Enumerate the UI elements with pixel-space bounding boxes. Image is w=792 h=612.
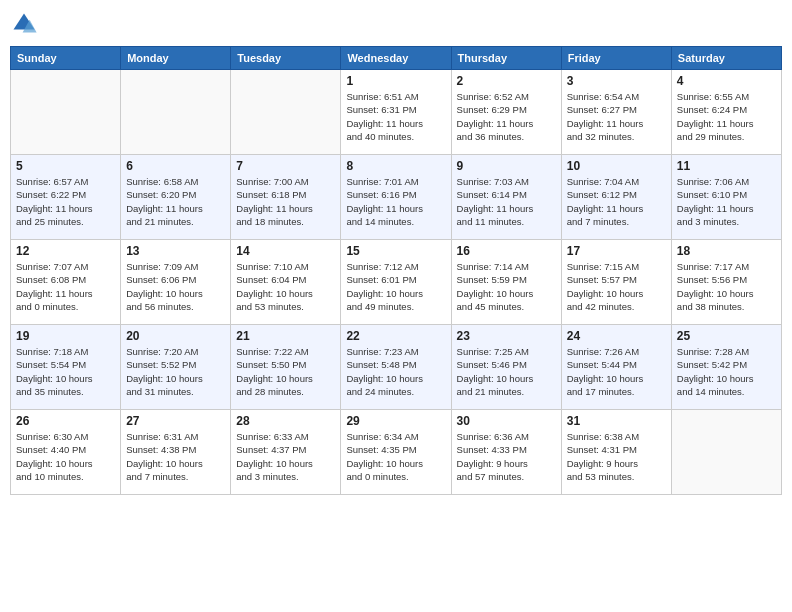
calendar-day-10: 10Sunrise: 7:04 AM Sunset: 6:12 PM Dayli… <box>561 155 671 240</box>
calendar-day-25: 25Sunrise: 7:28 AM Sunset: 5:42 PM Dayli… <box>671 325 781 410</box>
calendar-day-12: 12Sunrise: 7:07 AM Sunset: 6:08 PM Dayli… <box>11 240 121 325</box>
day-number: 8 <box>346 159 445 173</box>
calendar-day-30: 30Sunrise: 6:36 AM Sunset: 4:33 PM Dayli… <box>451 410 561 495</box>
calendar-day-21: 21Sunrise: 7:22 AM Sunset: 5:50 PM Dayli… <box>231 325 341 410</box>
day-number: 1 <box>346 74 445 88</box>
calendar-day-9: 9Sunrise: 7:03 AM Sunset: 6:14 PM Daylig… <box>451 155 561 240</box>
day-number: 25 <box>677 329 776 343</box>
day-info: Sunrise: 6:57 AM Sunset: 6:22 PM Dayligh… <box>16 175 115 228</box>
day-number: 28 <box>236 414 335 428</box>
day-number: 27 <box>126 414 225 428</box>
weekday-header-tuesday: Tuesday <box>231 47 341 70</box>
day-number: 22 <box>346 329 445 343</box>
calendar-empty-cell <box>671 410 781 495</box>
calendar-day-27: 27Sunrise: 6:31 AM Sunset: 4:38 PM Dayli… <box>121 410 231 495</box>
calendar-day-17: 17Sunrise: 7:15 AM Sunset: 5:57 PM Dayli… <box>561 240 671 325</box>
day-number: 24 <box>567 329 666 343</box>
day-number: 10 <box>567 159 666 173</box>
day-info: Sunrise: 6:38 AM Sunset: 4:31 PM Dayligh… <box>567 430 666 483</box>
calendar-day-18: 18Sunrise: 7:17 AM Sunset: 5:56 PM Dayli… <box>671 240 781 325</box>
day-info: Sunrise: 6:36 AM Sunset: 4:33 PM Dayligh… <box>457 430 556 483</box>
day-info: Sunrise: 7:12 AM Sunset: 6:01 PM Dayligh… <box>346 260 445 313</box>
day-number: 29 <box>346 414 445 428</box>
calendar-day-4: 4Sunrise: 6:55 AM Sunset: 6:24 PM Daylig… <box>671 70 781 155</box>
calendar-week-row: 1Sunrise: 6:51 AM Sunset: 6:31 PM Daylig… <box>11 70 782 155</box>
day-info: Sunrise: 7:04 AM Sunset: 6:12 PM Dayligh… <box>567 175 666 228</box>
calendar-day-6: 6Sunrise: 6:58 AM Sunset: 6:20 PM Daylig… <box>121 155 231 240</box>
day-info: Sunrise: 6:51 AM Sunset: 6:31 PM Dayligh… <box>346 90 445 143</box>
day-number: 16 <box>457 244 556 258</box>
calendar-empty-cell <box>11 70 121 155</box>
day-info: Sunrise: 6:58 AM Sunset: 6:20 PM Dayligh… <box>126 175 225 228</box>
day-info: Sunrise: 6:33 AM Sunset: 4:37 PM Dayligh… <box>236 430 335 483</box>
day-info: Sunrise: 7:00 AM Sunset: 6:18 PM Dayligh… <box>236 175 335 228</box>
day-info: Sunrise: 7:10 AM Sunset: 6:04 PM Dayligh… <box>236 260 335 313</box>
day-info: Sunrise: 7:28 AM Sunset: 5:42 PM Dayligh… <box>677 345 776 398</box>
calendar-week-row: 26Sunrise: 6:30 AM Sunset: 4:40 PM Dayli… <box>11 410 782 495</box>
day-info: Sunrise: 6:31 AM Sunset: 4:38 PM Dayligh… <box>126 430 225 483</box>
weekday-header-friday: Friday <box>561 47 671 70</box>
day-number: 3 <box>567 74 666 88</box>
day-info: Sunrise: 6:55 AM Sunset: 6:24 PM Dayligh… <box>677 90 776 143</box>
calendar-day-7: 7Sunrise: 7:00 AM Sunset: 6:18 PM Daylig… <box>231 155 341 240</box>
day-info: Sunrise: 7:14 AM Sunset: 5:59 PM Dayligh… <box>457 260 556 313</box>
weekday-header-sunday: Sunday <box>11 47 121 70</box>
logo-icon <box>10 10 38 38</box>
day-number: 13 <box>126 244 225 258</box>
day-number: 23 <box>457 329 556 343</box>
day-number: 26 <box>16 414 115 428</box>
calendar-day-20: 20Sunrise: 7:20 AM Sunset: 5:52 PM Dayli… <box>121 325 231 410</box>
day-info: Sunrise: 7:17 AM Sunset: 5:56 PM Dayligh… <box>677 260 776 313</box>
calendar-day-14: 14Sunrise: 7:10 AM Sunset: 6:04 PM Dayli… <box>231 240 341 325</box>
day-info: Sunrise: 7:09 AM Sunset: 6:06 PM Dayligh… <box>126 260 225 313</box>
calendar-week-row: 19Sunrise: 7:18 AM Sunset: 5:54 PM Dayli… <box>11 325 782 410</box>
weekday-header-row: SundayMondayTuesdayWednesdayThursdayFrid… <box>11 47 782 70</box>
calendar-day-5: 5Sunrise: 6:57 AM Sunset: 6:22 PM Daylig… <box>11 155 121 240</box>
day-number: 4 <box>677 74 776 88</box>
calendar-week-row: 5Sunrise: 6:57 AM Sunset: 6:22 PM Daylig… <box>11 155 782 240</box>
day-number: 14 <box>236 244 335 258</box>
calendar-day-22: 22Sunrise: 7:23 AM Sunset: 5:48 PM Dayli… <box>341 325 451 410</box>
weekday-header-wednesday: Wednesday <box>341 47 451 70</box>
day-number: 11 <box>677 159 776 173</box>
calendar-day-24: 24Sunrise: 7:26 AM Sunset: 5:44 PM Dayli… <box>561 325 671 410</box>
day-number: 7 <box>236 159 335 173</box>
day-number: 20 <box>126 329 225 343</box>
calendar-day-13: 13Sunrise: 7:09 AM Sunset: 6:06 PM Dayli… <box>121 240 231 325</box>
calendar-day-15: 15Sunrise: 7:12 AM Sunset: 6:01 PM Dayli… <box>341 240 451 325</box>
calendar-day-11: 11Sunrise: 7:06 AM Sunset: 6:10 PM Dayli… <box>671 155 781 240</box>
day-number: 2 <box>457 74 556 88</box>
calendar-day-29: 29Sunrise: 6:34 AM Sunset: 4:35 PM Dayli… <box>341 410 451 495</box>
day-info: Sunrise: 7:18 AM Sunset: 5:54 PM Dayligh… <box>16 345 115 398</box>
calendar-day-19: 19Sunrise: 7:18 AM Sunset: 5:54 PM Dayli… <box>11 325 121 410</box>
day-info: Sunrise: 7:26 AM Sunset: 5:44 PM Dayligh… <box>567 345 666 398</box>
day-number: 18 <box>677 244 776 258</box>
calendar-empty-cell <box>231 70 341 155</box>
day-number: 31 <box>567 414 666 428</box>
calendar-day-3: 3Sunrise: 6:54 AM Sunset: 6:27 PM Daylig… <box>561 70 671 155</box>
calendar-empty-cell <box>121 70 231 155</box>
calendar-day-2: 2Sunrise: 6:52 AM Sunset: 6:29 PM Daylig… <box>451 70 561 155</box>
day-info: Sunrise: 7:15 AM Sunset: 5:57 PM Dayligh… <box>567 260 666 313</box>
day-info: Sunrise: 7:23 AM Sunset: 5:48 PM Dayligh… <box>346 345 445 398</box>
calendar: SundayMondayTuesdayWednesdayThursdayFrid… <box>10 46 782 495</box>
day-info: Sunrise: 7:03 AM Sunset: 6:14 PM Dayligh… <box>457 175 556 228</box>
calendar-day-26: 26Sunrise: 6:30 AM Sunset: 4:40 PM Dayli… <box>11 410 121 495</box>
header <box>10 10 782 38</box>
day-info: Sunrise: 6:52 AM Sunset: 6:29 PM Dayligh… <box>457 90 556 143</box>
day-info: Sunrise: 7:07 AM Sunset: 6:08 PM Dayligh… <box>16 260 115 313</box>
day-number: 19 <box>16 329 115 343</box>
day-info: Sunrise: 7:22 AM Sunset: 5:50 PM Dayligh… <box>236 345 335 398</box>
calendar-day-1: 1Sunrise: 6:51 AM Sunset: 6:31 PM Daylig… <box>341 70 451 155</box>
day-number: 5 <box>16 159 115 173</box>
calendar-day-31: 31Sunrise: 6:38 AM Sunset: 4:31 PM Dayli… <box>561 410 671 495</box>
day-number: 6 <box>126 159 225 173</box>
day-info: Sunrise: 7:06 AM Sunset: 6:10 PM Dayligh… <box>677 175 776 228</box>
day-info: Sunrise: 7:25 AM Sunset: 5:46 PM Dayligh… <box>457 345 556 398</box>
calendar-day-16: 16Sunrise: 7:14 AM Sunset: 5:59 PM Dayli… <box>451 240 561 325</box>
page: SundayMondayTuesdayWednesdayThursdayFrid… <box>0 0 792 612</box>
day-number: 12 <box>16 244 115 258</box>
calendar-day-28: 28Sunrise: 6:33 AM Sunset: 4:37 PM Dayli… <box>231 410 341 495</box>
day-number: 21 <box>236 329 335 343</box>
day-info: Sunrise: 6:30 AM Sunset: 4:40 PM Dayligh… <box>16 430 115 483</box>
